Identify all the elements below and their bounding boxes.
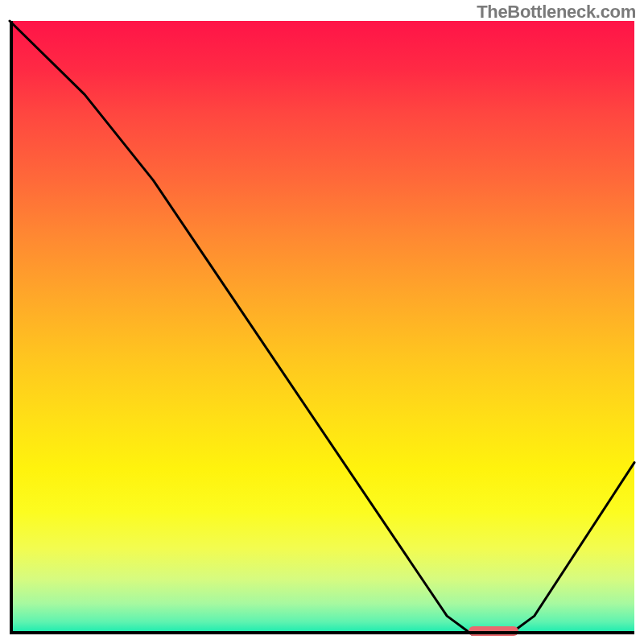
bottleneck-curve-path [10, 21, 634, 634]
chart-container: TheBottleneck.com [0, 0, 644, 644]
x-axis [10, 631, 634, 634]
y-axis [10, 21, 13, 634]
chart-curve [10, 21, 634, 634]
watermark-text: TheBottleneck.com [477, 2, 636, 23]
